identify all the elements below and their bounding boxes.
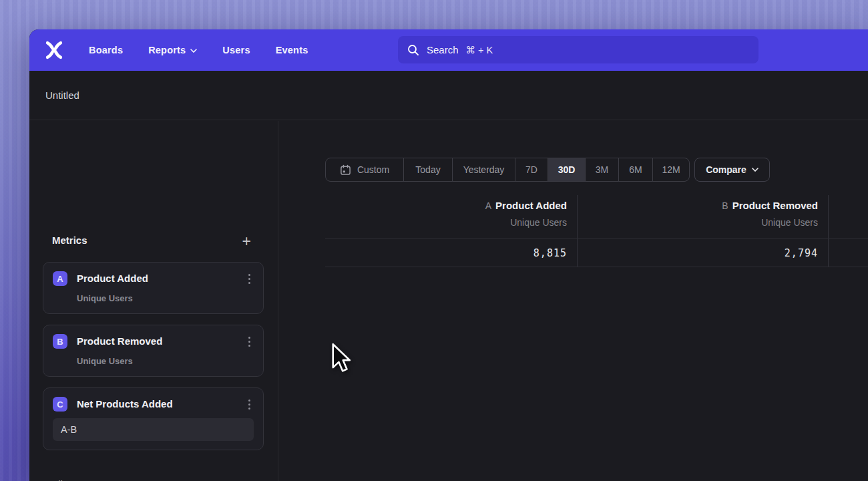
date-range-picker: Custom Today Yesterday 7D 30D 3M 6M 12M [325, 158, 690, 182]
metric-badge-c: C [53, 397, 67, 412]
metrics-label: Metrics [52, 234, 87, 246]
metric-card-a[interactable]: A Product Added Unique Users [43, 262, 264, 314]
range-label: Yesterday [463, 164, 505, 175]
metric-letter: B [722, 200, 728, 211]
range-12m[interactable]: 12M [653, 158, 689, 181]
table-column-divider [577, 195, 578, 267]
metric-subtitle[interactable]: Unique Users [77, 356, 133, 366]
add-metric-icon[interactable]: + [242, 231, 251, 251]
table-header-col-a: AProduct Added Unique Users [325, 200, 567, 228]
range-today[interactable]: Today [404, 158, 453, 181]
range-30d-selected[interactable]: 30D [548, 158, 586, 181]
nav-item-users[interactable]: Users [222, 45, 250, 55]
table-header-divider [325, 238, 868, 238]
column-title: Product Added [495, 200, 567, 211]
search-input[interactable]: Search ⌘ + K [398, 36, 758, 63]
nav-label: Boards [89, 45, 123, 55]
range-label: 7D [525, 164, 537, 175]
metric-letter: A [485, 200, 491, 211]
top-navbar: Boards Reports Users Events Search ⌘ + K [29, 29, 868, 71]
doc-header: Untitled [29, 71, 868, 120]
filter-label: Filter [52, 478, 74, 481]
metric-title: Product Removed [77, 335, 162, 347]
main-nav: Boards Reports Users Events [89, 29, 308, 71]
range-label: 12M [662, 164, 680, 175]
search-icon [407, 44, 419, 56]
range-yesterday[interactable]: Yesterday [453, 158, 515, 181]
range-3m[interactable]: 3M [586, 158, 619, 181]
table-row-divider [325, 267, 868, 267]
range-label: 3M [596, 164, 608, 175]
table-value-a: 8,815 [325, 243, 567, 263]
compare-label: Compare [706, 164, 746, 175]
range-label: Today [415, 164, 440, 175]
metric-card-c[interactable]: C Net Products Added A-B [43, 387, 264, 450]
kebab-menu-icon[interactable] [243, 397, 255, 412]
column-title: Product Removed [732, 200, 818, 211]
sidebar: Metrics + A Product Added Unique Users B… [29, 121, 278, 481]
compare-button[interactable]: Compare [694, 158, 770, 182]
table-value-b: 2,794 [579, 243, 818, 263]
range-label: Custom [357, 164, 389, 175]
range-7d[interactable]: 7D [515, 158, 548, 181]
nav-item-reports[interactable]: Reports [148, 45, 197, 55]
range-6m[interactable]: 6M [619, 158, 653, 181]
search-placeholder: Search [427, 44, 459, 55]
table-column-divider [828, 195, 829, 267]
filter-section: Filter + [29, 475, 278, 481]
nav-label: Users [222, 45, 250, 55]
doc-title[interactable]: Untitled [45, 90, 79, 101]
column-subtitle: Unique Users [325, 217, 567, 228]
range-label: 6M [629, 164, 642, 175]
mouse-cursor-icon [331, 343, 355, 375]
metric-title: Net Products Added [77, 398, 173, 410]
kebab-menu-icon[interactable] [243, 334, 255, 349]
metric-badge-b: B [53, 334, 67, 349]
nav-label: Reports [148, 45, 186, 55]
metric-subtitle[interactable]: Unique Users [77, 293, 133, 303]
metric-title: Product Added [77, 273, 148, 284]
column-subtitle: Unique Users [579, 217, 818, 228]
metric-card-b[interactable]: B Product Removed Unique Users [43, 325, 264, 377]
range-custom[interactable]: Custom [326, 158, 404, 181]
nav-item-events[interactable]: Events [276, 45, 308, 55]
range-label: 30D [558, 164, 576, 175]
table-header-col-b: BProduct Removed Unique Users [579, 200, 818, 228]
metrics-header: Metrics + [29, 231, 278, 251]
nav-label: Events [276, 45, 308, 55]
formula-input[interactable]: A-B [53, 418, 254, 441]
search-shortcut: ⌘ + K [466, 45, 493, 55]
chevron-down-icon [752, 168, 758, 172]
chevron-down-icon [190, 49, 197, 53]
mixpanel-logo-icon[interactable] [44, 40, 64, 60]
app-window: Boards Reports Users Events Search ⌘ + K… [29, 29, 868, 481]
kebab-menu-icon[interactable] [243, 271, 255, 286]
nav-item-boards[interactable]: Boards [89, 45, 123, 55]
metric-badge-a: A [53, 271, 67, 286]
calendar-icon [340, 164, 351, 176]
add-filter-icon[interactable]: + [242, 475, 251, 481]
